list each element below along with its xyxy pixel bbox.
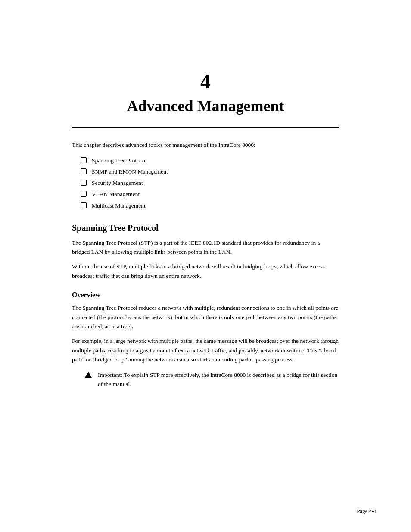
list-item-label: VLAN Management: [92, 190, 140, 199]
list-item-label: Spanning Tree Protocol: [92, 156, 147, 165]
list-item: SNMP and RMON Management: [81, 168, 339, 176]
note-text: Important: To explain STP more effective…: [98, 371, 339, 389]
subsection1-heading: Overview: [72, 291, 339, 299]
page: 4 Advanced Management This chapter descr…: [0, 0, 411, 532]
list-item: Spanning Tree Protocol: [81, 156, 339, 165]
topic-list: Spanning Tree Protocol SNMP and RMON Man…: [81, 156, 339, 210]
intro-text: This chapter describes advanced topics f…: [72, 141, 339, 149]
subsection1-paragraph1: The Spanning Tree Protocol reduces a net…: [72, 303, 339, 331]
list-item-label: SNMP and RMON Management: [92, 168, 168, 176]
content-area: 4 Advanced Management This chapter descr…: [37, 0, 374, 421]
bullet-checkbox-icon: [81, 168, 87, 174]
triangle-warning-icon: [85, 372, 92, 378]
bullet-checkbox-icon: [81, 157, 87, 163]
note-block: Important: To explain STP more effective…: [85, 371, 339, 389]
list-item: Multicast Management: [81, 202, 339, 210]
chapter-title: Advanced Management: [72, 96, 339, 116]
section-divider: [72, 127, 339, 128]
section1-heading: Spanning Tree Protocol: [72, 223, 339, 233]
list-item-label: Security Management: [92, 179, 143, 187]
chapter-header: 4 Advanced Management: [72, 26, 339, 116]
bullet-checkbox-icon: [81, 191, 87, 197]
bullet-checkbox-icon: [81, 202, 87, 208]
chapter-number: 4: [72, 69, 339, 94]
section1-paragraph2: Without the use of STP, multiple links i…: [72, 262, 339, 280]
bullet-checkbox-icon: [81, 180, 87, 186]
list-item: VLAN Management: [81, 190, 339, 199]
list-item-label: Multicast Management: [92, 202, 146, 210]
subsection1-paragraph2: For example, in a large network with mul…: [72, 336, 339, 364]
section1-paragraph1: The Spanning Tree Protocol (STP) is a pa…: [72, 238, 339, 257]
page-footer: Page 4-1: [357, 508, 377, 515]
list-item: Security Management: [81, 179, 339, 187]
